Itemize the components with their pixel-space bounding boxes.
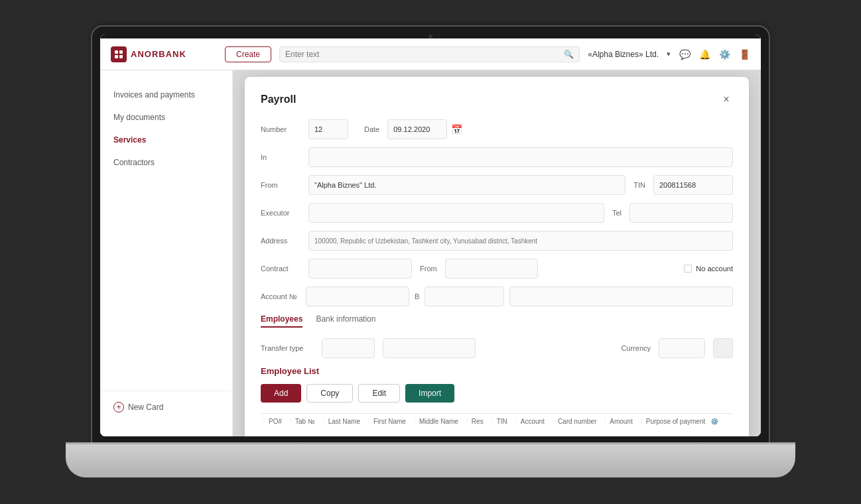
no-account-row: No account	[684, 265, 733, 273]
payroll-modal: Payroll × Number Date	[245, 77, 749, 436]
company-name: «Alpha Biznes» Ltd.	[588, 50, 659, 59]
logo-icon	[111, 46, 127, 62]
plus-icon: +	[113, 402, 124, 412]
col-tin: ⋮ TIN	[489, 418, 507, 425]
b-label: B	[415, 292, 419, 300]
modal-header: Payroll ×	[261, 93, 733, 106]
svg-rect-0	[115, 50, 118, 54]
sidebar-item-invoices[interactable]: Invoices and payments	[100, 84, 232, 106]
tel-label: Tel	[612, 209, 622, 217]
bell-icon[interactable]: 🔔	[698, 48, 710, 60]
close-button[interactable]: ×	[720, 93, 733, 106]
from2-input[interactable]	[445, 259, 538, 279]
col-res: ⋮ Res	[464, 418, 484, 425]
executor-tel-row: Executor Tel	[261, 203, 733, 223]
b-input[interactable]	[425, 286, 504, 306]
search-icon[interactable]: 🔍	[564, 50, 574, 59]
tab-bank-info[interactable]: Bank information	[316, 314, 375, 328]
modal-title: Payroll	[261, 94, 296, 105]
header: ANORBANK Create 🔍 «Alpha Biznes» Ltd. ▾ …	[100, 38, 761, 70]
account-row: Account № B	[261, 286, 733, 306]
from2-label: From	[420, 265, 437, 273]
col-settings-icon[interactable]: ⚙️	[710, 418, 718, 425]
table-header: ⋮ PO# ⋮ Tab № ⋮ Last Nam	[261, 413, 733, 429]
address-label: Address	[261, 237, 300, 245]
currency-flag[interactable]	[713, 338, 733, 358]
col-firstname: ⋮ First Name	[365, 418, 406, 425]
new-card-button[interactable]: + New Card	[113, 402, 219, 412]
edit-button[interactable]: Edit	[358, 384, 400, 403]
section-tabs: Employees Bank information	[261, 314, 733, 328]
import-button[interactable]: Import	[405, 384, 454, 403]
svg-rect-3	[119, 55, 123, 58]
dropdown-arrow-icon[interactable]: ▾	[667, 50, 671, 58]
date-label: Date	[364, 125, 379, 133]
col-amount: ⋮ Amount	[602, 418, 632, 425]
create-button[interactable]: Create	[225, 46, 271, 62]
svg-rect-2	[115, 55, 118, 58]
col-tab: ⋮ Tab №	[287, 418, 315, 425]
search-input[interactable]	[285, 50, 560, 59]
col-middlename: ⋮ Middle Name	[411, 418, 458, 425]
sidebar: Invoices and payments My documents Servi…	[100, 70, 233, 436]
sidebar-item-contractors[interactable]: Contractors	[100, 151, 232, 174]
sidebar-bottom: + New Card	[100, 391, 232, 423]
copy-button[interactable]: Copy	[306, 384, 353, 403]
header-right: «Alpha Biznes» Ltd. ▾ 💬 🔔 ⚙️ 🚪	[588, 48, 750, 60]
logo-text: ANORBANK	[131, 49, 186, 59]
employee-list-title: Employee List	[261, 366, 733, 376]
b-input2[interactable]	[509, 286, 733, 306]
contract-input[interactable]	[308, 259, 412, 279]
account-label: Account №	[261, 292, 300, 300]
calendar-icon[interactable]: 📅	[451, 124, 462, 135]
action-buttons: Add Copy Edit Import	[261, 384, 733, 403]
main-area: Invoices and payments My documents Servi…	[100, 70, 761, 436]
number-date-row: Number Date 📅	[261, 119, 733, 139]
no-account-label: No account	[696, 265, 733, 273]
logo-area: ANORBANK	[111, 46, 217, 62]
sidebar-item-services[interactable]: Services	[100, 129, 232, 151]
contract-label: Contract	[261, 265, 300, 273]
currency-input[interactable]	[659, 338, 705, 358]
address-row: Address	[261, 231, 733, 251]
transfer-type-row: Transfer type Currency	[261, 338, 733, 358]
account-input[interactable]	[306, 286, 409, 306]
settings-icon[interactable]: ⚙️	[718, 48, 730, 60]
tel-input[interactable]	[629, 203, 733, 223]
date-field: 📅	[387, 119, 462, 139]
transfer-type-input1[interactable]	[322, 338, 375, 358]
logout-icon[interactable]: 🚪	[738, 48, 750, 60]
col-purpose: ⋮ Purpose of payment	[638, 418, 706, 425]
no-account-checkbox[interactable]	[684, 265, 692, 273]
number-label: Number	[261, 125, 300, 133]
in-label: In	[261, 153, 300, 161]
add-button[interactable]: Add	[261, 384, 301, 403]
executor-label: Executor	[261, 209, 300, 217]
executor-input[interactable]	[308, 203, 604, 223]
chat-icon[interactable]: 💬	[679, 48, 691, 60]
col-lastname: ⋮ Last Name	[320, 418, 360, 425]
col-card: ⋮ Card number	[550, 418, 596, 425]
date-input[interactable]	[387, 119, 447, 139]
number-input[interactable]	[308, 119, 348, 139]
tin-label: TIN	[633, 181, 645, 189]
search-bar: 🔍	[279, 46, 580, 62]
contract-row: Contract From No account	[261, 259, 733, 279]
currency-label: Currency	[621, 344, 651, 352]
transfer-type-label: Transfer type	[261, 344, 314, 352]
tin-input[interactable]	[653, 175, 733, 195]
col-account: ⋮ Account	[513, 418, 545, 425]
col-po: ⋮ PO#	[261, 418, 282, 425]
svg-rect-1	[119, 50, 123, 54]
address-input[interactable]	[308, 231, 733, 251]
in-row: In	[261, 147, 733, 167]
from-tin-row: From TIN	[261, 175, 733, 195]
modal-overlay: Payroll × Number Date	[233, 70, 761, 436]
content-area: Payroll × Number Date	[233, 70, 761, 436]
transfer-type-input2[interactable]	[383, 338, 476, 358]
sidebar-item-documents[interactable]: My documents	[100, 106, 232, 129]
in-input[interactable]	[308, 147, 733, 167]
tab-employees[interactable]: Employees	[261, 314, 302, 328]
from-label: From	[261, 181, 300, 189]
from-input[interactable]	[308, 175, 626, 195]
